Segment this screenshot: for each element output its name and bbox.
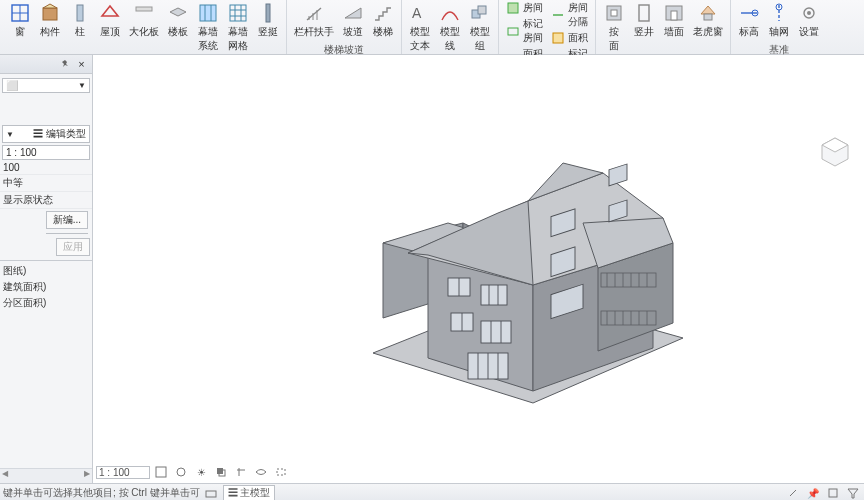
- visual-style-icon[interactable]: [172, 464, 190, 480]
- svg-rect-91: [156, 467, 166, 477]
- room-button[interactable]: 房间: [503, 0, 546, 16]
- svg-marker-4: [43, 4, 57, 8]
- sun-path-icon[interactable]: ☀: [192, 464, 210, 480]
- svg-rect-97: [829, 489, 837, 497]
- new-button[interactable]: 新编...: [46, 211, 88, 229]
- view-control-bar: 1 : 100 ☀: [96, 464, 290, 480]
- mullion-button[interactable]: 竖挺: [254, 0, 282, 41]
- byface-button[interactable]: 按面: [600, 0, 628, 55]
- workspace: × ⬜▼ ▼☰ 编辑类型 1 : 100 100 中等 显示原状态 新编... …: [0, 55, 864, 483]
- project-browser: 图纸) 建筑面积) 分区面积): [0, 260, 92, 313]
- svg-marker-8: [170, 8, 186, 16]
- svg-rect-72: [481, 285, 507, 305]
- scroll-right-icon[interactable]: ▶: [84, 469, 90, 483]
- ribbon: 窗 构件 柱 屋顶 大化板 楼板 幕墙系统 幕墙网格 竖挺 构建 栏杆扶手 坡道…: [0, 0, 864, 55]
- model-text-button[interactable]: A模型文本: [406, 0, 434, 55]
- select-pins-icon[interactable]: 📌: [804, 485, 821, 500]
- svg-rect-9: [200, 5, 216, 21]
- settings-button[interactable]: 设置: [795, 0, 823, 41]
- svg-rect-3: [43, 8, 57, 20]
- shadows-icon[interactable]: [212, 464, 230, 480]
- hide-icon[interactable]: [252, 464, 270, 480]
- status-bar: 键并单击可选择其他项目; 按 Ctrl 键并单击可 ☰ 主模型 📌: [0, 483, 864, 500]
- pin-icon[interactable]: [57, 57, 72, 72]
- svg-point-92: [177, 468, 185, 476]
- svg-rect-25: [478, 6, 486, 14]
- selector-label: ⬜: [6, 80, 18, 91]
- room-sep-button[interactable]: 房间分隔: [548, 0, 591, 30]
- disp-row[interactable]: 显示原状态: [0, 192, 92, 209]
- browser-item[interactable]: 分区面积): [3, 295, 89, 311]
- crop-icon[interactable]: [232, 464, 250, 480]
- status-message: 键并单击可选择其他项目; 按 Ctrl 键并单击可: [3, 486, 200, 500]
- roof-button[interactable]: 屋顶: [96, 0, 124, 41]
- select-elems-icon[interactable]: [824, 485, 841, 500]
- ceiling-button[interactable]: 大化板: [126, 0, 162, 41]
- ribbon-group-model: A模型文本 模型线 模型组 模型: [402, 0, 499, 54]
- component-button[interactable]: 构件: [36, 0, 64, 41]
- svg-rect-93: [217, 468, 223, 474]
- detail-level-icon[interactable]: [152, 464, 170, 480]
- svg-rect-27: [508, 28, 518, 35]
- svg-marker-22: [345, 8, 361, 18]
- ribbon-group-room: 房间 标记房间 面积边界 房间分隔 面积 标记面积 房间和面积: [499, 0, 596, 54]
- ribbon-group-datum: 标高 轴网 设置 基准: [731, 0, 827, 54]
- worksets-icon[interactable]: [203, 485, 220, 500]
- svg-rect-33: [611, 10, 617, 16]
- stair-button[interactable]: 楼梯: [369, 0, 397, 41]
- model-line-button[interactable]: 模型线: [436, 0, 464, 55]
- curtain-system-button[interactable]: 幕墙系统: [194, 0, 222, 55]
- svg-marker-37: [701, 6, 715, 14]
- edit-type-row[interactable]: ▼☰ 编辑类型: [2, 125, 90, 143]
- filter-icon[interactable]: [844, 485, 861, 500]
- area-button[interactable]: 面积: [548, 30, 591, 46]
- level-button[interactable]: 标高: [735, 0, 763, 41]
- svg-rect-26: [508, 3, 518, 13]
- panel-header: ×: [0, 55, 92, 74]
- scale-val-row: 100: [0, 161, 92, 175]
- svg-rect-38: [704, 14, 712, 20]
- column-button[interactable]: 柱: [66, 0, 94, 41]
- house-model: [353, 123, 713, 413]
- window-button[interactable]: 窗: [6, 0, 34, 41]
- apply-button[interactable]: 应用: [56, 238, 90, 256]
- svg-rect-34: [639, 5, 649, 21]
- drawing-canvas[interactable]: [93, 55, 864, 483]
- ribbon-group-circ: 栏杆扶手 坡道 楼梯 楼梯坡道: [287, 0, 402, 54]
- browser-item[interactable]: 建筑面积): [3, 279, 89, 295]
- grid-button[interactable]: 轴网: [765, 0, 793, 41]
- svg-rect-7: [136, 7, 152, 11]
- curtain-grid-button[interactable]: 幕墙网格: [224, 0, 252, 55]
- close-icon[interactable]: ×: [74, 57, 89, 72]
- shaft-button[interactable]: 竖井: [630, 0, 658, 41]
- svg-rect-17: [266, 4, 270, 22]
- railing-button[interactable]: 栏杆扶手: [291, 0, 337, 41]
- scale-input[interactable]: 1 : 100: [2, 145, 90, 160]
- model-group-select[interactable]: ☰ 主模型: [223, 485, 276, 500]
- reveal-icon[interactable]: [272, 464, 290, 480]
- svg-rect-77: [481, 321, 511, 343]
- select-links-icon[interactable]: [784, 485, 801, 500]
- view-cube[interactable]: [818, 135, 852, 169]
- svg-rect-30: [553, 33, 563, 43]
- svg-rect-95: [277, 469, 285, 475]
- browser-item[interactable]: 图纸): [3, 263, 89, 279]
- svg-rect-96: [206, 491, 216, 497]
- svg-text:A: A: [412, 5, 422, 21]
- ramp-button[interactable]: 坡道: [339, 0, 367, 41]
- svg-rect-12: [230, 5, 246, 21]
- view-scale[interactable]: 1 : 100: [96, 466, 150, 479]
- detail-row[interactable]: 中等: [0, 175, 92, 192]
- type-selector[interactable]: ⬜▼: [2, 78, 90, 93]
- properties-panel: × ⬜▼ ▼☰ 编辑类型 1 : 100 100 中等 显示原状态 新编... …: [0, 55, 93, 483]
- wall-opening-button[interactable]: 墙面: [660, 0, 688, 41]
- ribbon-group-build: 窗 构件 柱 屋顶 大化板 楼板 幕墙系统 幕墙网格 竖挺 构建: [2, 0, 287, 54]
- dormer-button[interactable]: 老虎窗: [690, 0, 726, 41]
- floor-button[interactable]: 楼板: [164, 0, 192, 41]
- tag-room-button[interactable]: 标记房间: [503, 16, 546, 46]
- svg-rect-87: [609, 164, 627, 186]
- svg-marker-6: [102, 6, 118, 16]
- model-group-button[interactable]: 模型组: [466, 0, 494, 55]
- svg-rect-36: [671, 11, 677, 20]
- scroll-left-icon[interactable]: ◀: [2, 469, 8, 483]
